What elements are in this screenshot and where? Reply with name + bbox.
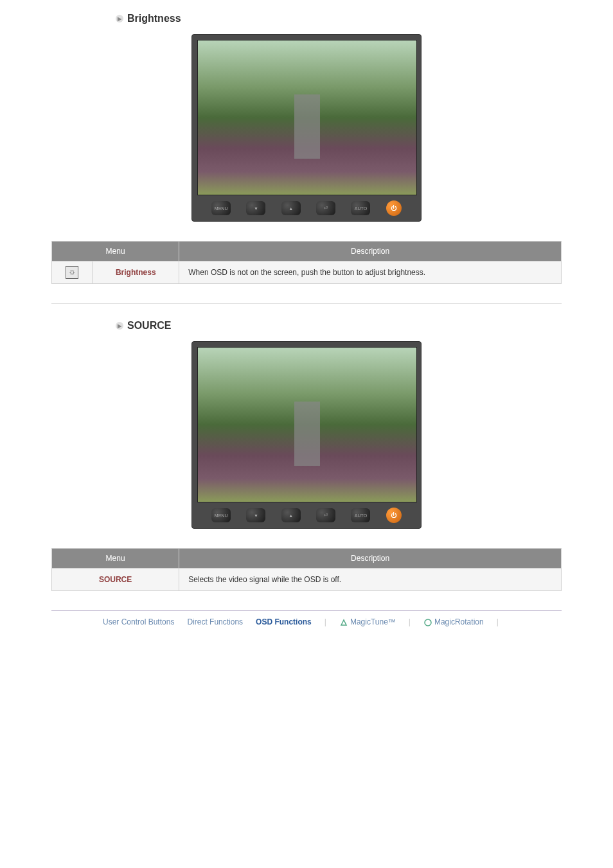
enter-button-icon[interactable]: ⏎ — [316, 201, 335, 215]
power-button-icon[interactable]: ⏻ — [386, 508, 402, 523]
up-button-icon[interactable]: ▲ — [281, 201, 301, 215]
table-header-menu: Menu — [52, 549, 179, 569]
bottom-navigation: User Control Buttons Direct Functions OS… — [51, 610, 562, 627]
source-table: Menu Description SOURCE Selects the vide… — [51, 548, 562, 591]
table-header-menu: Menu — [52, 242, 179, 261]
monitor-preview-source: MENU ▼ ▲ ⏎ AUTO ⏻ — [191, 341, 422, 529]
enter-button-icon[interactable]: ⏎ — [316, 508, 335, 522]
table-header-desc: Description — [179, 549, 562, 569]
nav-magicrotation[interactable]: MagicRotation — [423, 617, 484, 627]
power-button-icon[interactable]: ⏻ — [386, 200, 402, 216]
pagoda-graphic — [294, 94, 320, 159]
nav-separator: | — [409, 617, 411, 626]
table-header-desc: Description — [179, 242, 562, 261]
section-divider — [51, 303, 562, 304]
magictune-icon — [339, 618, 348, 627]
brightness-desc-cell: When OSD is not on the screen, push the … — [179, 261, 562, 284]
up-button-icon[interactable]: ▲ — [281, 508, 301, 522]
table-row: ☼ Brightness When OSD is not on the scre… — [52, 261, 562, 284]
bullet-icon: ▶ — [116, 322, 123, 330]
section-header-source: ▶ SOURCE — [51, 320, 562, 332]
source-title: SOURCE — [127, 320, 171, 332]
down-button-icon[interactable]: ▼ — [246, 201, 265, 215]
source-desc-cell: Selects the video signal while the OSD i… — [179, 569, 562, 591]
nav-osd-functions[interactable]: OSD Functions — [256, 617, 312, 626]
down-button-icon[interactable]: ▼ — [246, 508, 265, 522]
nav-separator: | — [497, 617, 499, 626]
auto-button-icon[interactable]: AUTO — [351, 508, 370, 522]
nav-magicrotation-label: MagicRotation — [434, 617, 484, 626]
brightness-label-cell: Brightness — [93, 261, 179, 284]
menu-button-icon[interactable]: MENU — [211, 201, 231, 215]
nav-user-control-buttons[interactable]: User Control Buttons — [103, 617, 174, 626]
monitor-screen — [197, 347, 417, 502]
nav-magictune-label: MagicTune™ — [350, 617, 396, 626]
monitor-screen — [197, 40, 417, 195]
svg-point-0 — [425, 619, 431, 626]
brightness-title: Brightness — [127, 13, 181, 24]
brightness-icon: ☼ — [66, 266, 78, 279]
auto-button-icon[interactable]: AUTO — [351, 201, 370, 215]
nav-separator: | — [324, 617, 326, 626]
table-row: SOURCE Selects the video signal while th… — [52, 569, 562, 591]
brightness-icon-cell: ☼ — [52, 261, 93, 284]
pagoda-graphic — [294, 402, 320, 466]
section-header-brightness: ▶ Brightness — [51, 13, 562, 24]
nav-direct-functions[interactable]: Direct Functions — [187, 617, 243, 626]
source-label-cell: SOURCE — [52, 569, 179, 591]
bullet-icon: ▶ — [116, 15, 123, 22]
nav-magictune[interactable]: MagicTune™ — [339, 617, 396, 627]
monitor-preview-brightness: MENU ▼ ▲ ⏎ AUTO ⏻ — [191, 34, 422, 222]
rotation-icon — [423, 618, 432, 627]
monitor-button-row: MENU ▼ ▲ ⏎ AUTO ⏻ — [197, 195, 416, 221]
brightness-table: Menu Description ☼ Brightness When OSD i… — [51, 241, 562, 284]
monitor-button-row: MENU ▼ ▲ ⏎ AUTO ⏻ — [197, 502, 416, 528]
menu-button-icon[interactable]: MENU — [211, 508, 231, 522]
